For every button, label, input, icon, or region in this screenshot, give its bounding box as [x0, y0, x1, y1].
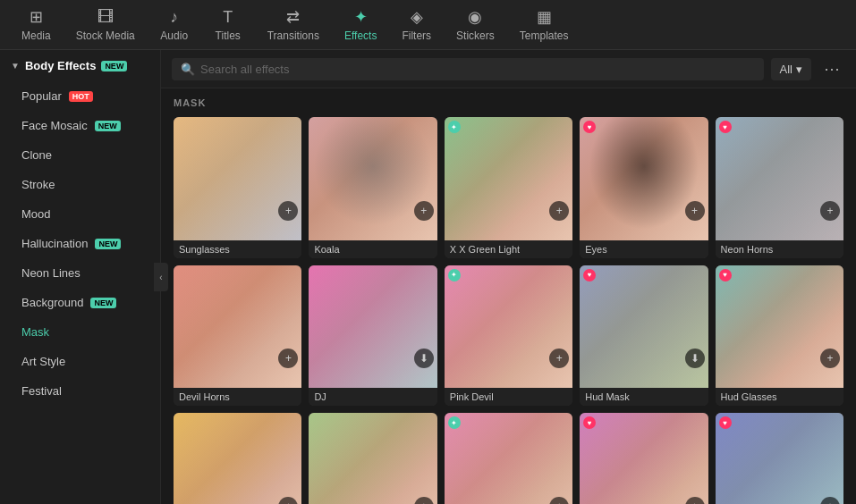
effect-card-devil-horns[interactable]: +Devil Horns	[174, 265, 301, 407]
effect-card-xx-green-light[interactable]: ✦+X X Green Light	[445, 117, 572, 258]
effect-thumb-xx-green-light: ✦+	[445, 117, 572, 240]
sidebar-item-mask-label: Mask	[21, 325, 49, 339]
filter-chevron-icon: ▾	[796, 63, 802, 76]
effect-face-sunglasses	[174, 117, 301, 240]
add-button-xx-green-light[interactable]: +	[549, 201, 569, 221]
sidebar-background-badge: NEW	[90, 298, 116, 308]
more-options-button[interactable]: ⋯	[818, 57, 845, 80]
toolbar-templates[interactable]: ▦ Templates	[507, 4, 581, 46]
sidebar-item-face-mosaic-label: Face Mosaic	[21, 119, 88, 132]
effect-card-pink-devil[interactable]: ✦+Pink Devil	[445, 265, 572, 407]
effect-card-hud-glasses[interactable]: ♥+Hud Glasses	[716, 265, 843, 407]
section-label: MASK	[174, 97, 843, 108]
titles-icon: T	[223, 8, 233, 27]
effect-badge-pink-devil: ✦	[448, 269, 461, 281]
effect-thumb-fairy: +	[309, 413, 436, 504]
effect-name-pink-devil: Pink Devil	[445, 388, 572, 406]
templates-icon: ▦	[537, 7, 552, 27]
effect-badge-hud-mask-blue: ♥	[719, 416, 732, 429]
effect-card-hud-mask-blue[interactable]: ♥+Hud Mask Blue	[716, 413, 843, 504]
effect-badge-xx-green-light: ✦	[448, 121, 461, 133]
search-input[interactable]	[200, 63, 755, 76]
toolbar-effects[interactable]: ✦ Effects	[332, 4, 389, 46]
toolbar-audio[interactable]: ♪ Audio	[148, 4, 201, 46]
effect-thumb-dj: ⬇	[309, 265, 436, 389]
effect-badge-hud-glasses: ♥	[719, 269, 732, 281]
sidebar-item-neon-lines[interactable]: Neon Lines	[0, 258, 160, 288]
toolbar-effects-label: Effects	[344, 29, 377, 42]
effect-card-neon-bunny[interactable]: ✦+Neon Bunny	[445, 413, 572, 504]
stickers-icon: ◉	[468, 7, 482, 27]
effect-thumb-eyes: ♥+	[580, 117, 708, 240]
effect-name-hud-mask: Hud Mask	[580, 388, 708, 406]
effects-grid: +Sunglasses+Koala✦+X X Green Light♥+Eyes…	[174, 117, 843, 504]
toolbar-stickers[interactable]: ◉ Stickers	[444, 4, 507, 46]
sidebar-item-mood[interactable]: Mood	[0, 199, 160, 229]
sidebar-hallucination-badge: NEW	[95, 239, 121, 249]
sidebar-collapse-button[interactable]: ‹	[154, 263, 168, 291]
effect-card-hud-mask[interactable]: ♥⬇Hud Mask	[580, 265, 708, 407]
toolbar: ⊞ Media 🎞 Stock Media ♪ Audio T Titles ⇄…	[0, 0, 856, 50]
effect-face-emojis	[174, 413, 301, 504]
sidebar-header[interactable]: ▼ Body Effects NEW	[0, 50, 160, 81]
chevron-down-icon: ▼	[11, 61, 20, 71]
effect-thumb-sunglasses: +	[174, 117, 301, 240]
effects-content: MASK +Sunglasses+Koala✦+X X Green Light♥…	[161, 88, 856, 504]
effect-thumb-hud-mask: ♥⬇	[580, 265, 708, 389]
sidebar-item-hallucination[interactable]: Hallucination NEW	[0, 229, 160, 258]
content-area: 🔍 All ▾ ⋯ MASK +Sunglasses+Koala✦+X X Gr…	[161, 50, 856, 504]
effect-face-dj	[309, 265, 436, 389]
add-button-neon-horns[interactable]: +	[820, 201, 840, 221]
effect-face-pink-devil	[445, 265, 572, 389]
effect-card-woohoo[interactable]: ♥+WooHoo	[580, 413, 708, 504]
sidebar-item-clone-label: Clone	[21, 148, 52, 162]
effect-card-emojis[interactable]: +Emojis	[174, 413, 301, 504]
add-button-sunglasses[interactable]: +	[278, 201, 298, 221]
toolbar-titles[interactable]: T Titles	[201, 4, 255, 46]
sidebar-item-festival[interactable]: Festival	[0, 376, 160, 406]
effect-name-neon-horns: Neon Horns	[716, 240, 843, 258]
sidebar-item-festival-label: Festival	[21, 384, 62, 398]
toolbar-transitions[interactable]: ⇄ Transitions	[255, 4, 332, 46]
toolbar-media[interactable]: ⊞ Media	[9, 4, 64, 46]
toolbar-stock-media-label: Stock Media	[76, 29, 135, 42]
add-button-eyes[interactable]: +	[685, 201, 705, 221]
effect-name-dj: DJ	[309, 388, 436, 406]
sidebar-item-stroke[interactable]: Stroke	[0, 170, 160, 199]
effect-card-dj[interactable]: ⬇DJ	[309, 265, 436, 407]
effect-thumb-koala: +	[309, 117, 436, 240]
effect-card-neon-horns[interactable]: ♥+Neon Horns	[716, 117, 843, 258]
sidebar-item-clone[interactable]: Clone	[0, 140, 160, 170]
sidebar-item-mask[interactable]: Mask	[0, 317, 160, 347]
effect-face-fairy	[309, 413, 436, 504]
sidebar-item-stroke-label: Stroke	[21, 178, 55, 191]
effect-card-eyes[interactable]: ♥+Eyes	[580, 117, 708, 258]
effect-card-sunglasses[interactable]: +Sunglasses	[174, 117, 301, 258]
sidebar-item-neon-lines-label: Neon Lines	[21, 266, 81, 280]
sidebar-item-art-style-label: Art Style	[21, 355, 65, 368]
effect-card-koala[interactable]: +Koala	[309, 117, 436, 258]
effect-name-koala: Koala	[309, 240, 436, 258]
main-area: ▼ Body Effects NEW Popular HOT Face Mosa…	[0, 50, 856, 504]
sidebar-item-art-style[interactable]: Art Style	[0, 347, 160, 376]
filter-button[interactable]: All ▾	[771, 58, 811, 80]
effect-thumb-devil-horns: +	[174, 265, 301, 389]
toolbar-stock-media[interactable]: 🎞 Stock Media	[64, 4, 148, 46]
toolbar-stickers-label: Stickers	[456, 29, 495, 42]
effect-face-neon-horns	[716, 117, 843, 240]
filter-label: All	[780, 63, 792, 76]
effect-face-neon-bunny	[445, 413, 572, 504]
sidebar-item-background[interactable]: Background NEW	[0, 288, 160, 317]
sidebar-item-popular[interactable]: Popular HOT	[0, 81, 160, 111]
sidebar-item-face-mosaic[interactable]: Face Mosaic NEW	[0, 111, 160, 140]
download-button-hud-mask[interactable]: ⬇	[685, 349, 705, 368]
sidebar-face-mosaic-badge: NEW	[95, 121, 121, 131]
effect-badge-neon-horns: ♥	[719, 121, 732, 133]
toolbar-filters[interactable]: ◈ Filters	[389, 4, 444, 46]
effect-card-fairy[interactable]: +Fairy	[309, 413, 436, 504]
add-button-koala[interactable]: +	[414, 201, 434, 221]
effect-name-devil-horns: Devil Horns	[174, 388, 301, 406]
effect-badge-hud-mask: ♥	[583, 269, 596, 281]
effect-thumb-woohoo: ♥+	[580, 413, 708, 504]
effect-face-hud-mask	[580, 265, 708, 389]
